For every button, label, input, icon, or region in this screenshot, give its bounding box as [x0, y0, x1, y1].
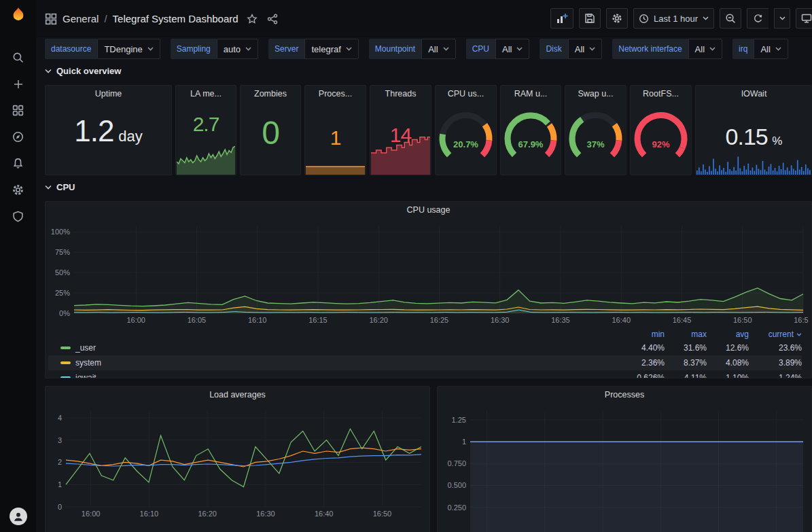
chevron-down-icon — [443, 47, 449, 51]
variable-value-dropdown[interactable]: telegraf — [304, 39, 358, 59]
variable-value-dropdown[interactable]: All — [421, 39, 455, 59]
sparkline — [177, 141, 235, 175]
variable-value-dropdown[interactable]: All — [688, 39, 722, 59]
variable-irq: irq All — [732, 39, 788, 59]
variable-network-interface: Network interface All — [612, 39, 722, 59]
save-dashboard-button[interactable] — [579, 8, 601, 29]
variable-server: Server telegraf — [268, 39, 359, 59]
sidebar-item-configuration[interactable] — [5, 177, 32, 203]
panel-title[interactable]: Processes — [438, 387, 811, 403]
legend-row: iowait 0.626% 4.11% 1.10% 1.24% — [48, 370, 802, 378]
variable-label: datasource — [45, 39, 97, 59]
stat-value: 14 — [390, 124, 411, 146]
variable-cpu: CPU All — [466, 39, 530, 59]
svg-text:0: 0 — [58, 503, 62, 511]
legend-series-toggle[interactable]: system — [60, 358, 622, 368]
add-panel-button[interactable] — [550, 8, 573, 29]
panel-title[interactable]: LA me... — [176, 86, 236, 102]
svg-text:16:00: 16:00 — [82, 510, 101, 518]
chevron-down-icon — [796, 333, 802, 336]
sidebar-item-admin[interactable] — [5, 203, 32, 230]
sidebar-item-create[interactable] — [5, 71, 32, 97]
panel-title[interactable]: Load averages — [46, 387, 429, 403]
panel-processes-chart: Processes 0.2500.5000.75011.25 — [437, 386, 812, 532]
panel-processes-stat: Proces... 1 — [304, 85, 366, 175]
refresh-icon — [753, 14, 763, 24]
dashboard-settings-button[interactable] — [606, 8, 628, 29]
clock-icon — [639, 14, 649, 24]
grafana-logo[interactable] — [10, 6, 27, 24]
chevron-down-icon — [516, 47, 523, 51]
time-range-picker[interactable]: Last 1 hour — [633, 8, 714, 29]
panel-title[interactable]: Proces... — [305, 86, 366, 102]
shield-icon — [12, 211, 24, 222]
panel-title[interactable]: CPU usage — [46, 202, 811, 218]
panel-cpu-usage: CPU usage 0%25%50%75%100%16:0016:0516:10… — [45, 201, 812, 378]
svg-text:16:35: 16:35 — [551, 316, 570, 324]
legend-series-toggle[interactable]: iowait — [60, 373, 622, 378]
svg-text:16:10: 16:10 — [140, 510, 159, 518]
panel-title[interactable]: Swap u... — [565, 86, 626, 102]
legend-sort-max[interactable]: max — [665, 330, 707, 339]
chevron-down-icon — [589, 47, 595, 51]
breadcrumb-folder[interactable]: General — [63, 13, 99, 24]
variable-disk: Disk All — [540, 39, 602, 59]
sidebar — [0, 0, 36, 532]
variable-sampling: Sampling auto — [171, 39, 258, 59]
processes-chart[interactable]: 0.2500.5000.75011.25 — [440, 407, 809, 532]
legend-row: _user 4.40% 31.6% 12.6% 23.6% — [48, 340, 802, 355]
gear-icon — [12, 184, 24, 196]
sidebar-item-explore[interactable] — [5, 124, 32, 150]
breadcrumb-separator: / — [104, 13, 107, 24]
svg-text:20.7%: 20.7% — [453, 139, 478, 149]
row-header-quick-overview[interactable]: Quick overview — [45, 66, 121, 76]
variable-value-dropdown[interactable]: All — [754, 39, 788, 59]
refresh-interval-dropdown[interactable] — [774, 8, 790, 29]
chevron-down-icon — [703, 16, 709, 20]
legend-sort-min[interactable]: min — [622, 330, 665, 339]
stat-value: 2.7 — [193, 113, 219, 135]
legend-sort-current[interactable]: current — [749, 330, 802, 339]
gauge: 67.9% — [501, 101, 561, 171]
panel-title[interactable]: IOWait — [696, 86, 812, 102]
panel-title[interactable]: CPU us... — [436, 86, 496, 102]
cycle-view-mode-button[interactable] — [796, 8, 812, 29]
variable-value-dropdown[interactable]: All — [495, 39, 529, 59]
svg-text:16:05: 16:05 — [188, 316, 207, 324]
svg-text:16:10: 16:10 — [248, 316, 267, 324]
panel-ram-used-gauge: RAM u... 67.9% — [500, 85, 561, 175]
dashboard-toolbar: Last 1 hour — [550, 8, 812, 29]
compass-icon — [12, 131, 24, 143]
panel-title[interactable]: RAM u... — [501, 86, 561, 102]
zoom-out-button[interactable] — [720, 8, 741, 29]
panel-title[interactable]: Uptime — [46, 86, 171, 102]
topbar: General / Telegraf System Dashboard Last… — [36, 0, 812, 37]
sidebar-item-search[interactable] — [5, 44, 32, 71]
refresh-button[interactable] — [747, 8, 769, 29]
variable-value-dropdown[interactable]: auto — [217, 39, 258, 59]
panel-title[interactable]: Zombies — [241, 86, 300, 102]
panel-load-averages: Load averages 0123416:0016:1016:2016:301… — [45, 386, 430, 532]
share-icon[interactable] — [267, 14, 278, 24]
legend-sort-avg[interactable]: avg — [707, 330, 749, 339]
user-avatar[interactable] — [10, 508, 27, 525]
variable-value-dropdown[interactable]: TDengine — [97, 39, 160, 59]
panel-title[interactable]: Threads — [370, 86, 431, 102]
variable-datasource: datasource TDengine — [45, 39, 160, 59]
load-averages-chart[interactable]: 0123416:0016:1016:2016:3016:4016:50 — [48, 407, 427, 519]
legend-series-toggle[interactable]: _user — [60, 343, 622, 353]
panel-title[interactable]: RootFS... — [631, 86, 691, 102]
search-icon — [12, 52, 24, 63]
sidebar-item-alerting[interactable] — [5, 150, 32, 177]
row-header-cpu[interactable]: CPU — [45, 182, 75, 192]
cpu-usage-chart[interactable]: 0%25%50%75%100%16:0016:0516:1016:1516:20… — [48, 222, 809, 325]
apps-grid-icon — [45, 13, 57, 25]
stat-unit: day — [118, 128, 142, 145]
sidebar-item-dashboards[interactable] — [5, 97, 32, 124]
svg-text:16:30: 16:30 — [256, 510, 275, 518]
add-panel-icon — [556, 12, 568, 24]
svg-text:0.750: 0.750 — [447, 459, 466, 467]
svg-text:4: 4 — [58, 414, 62, 422]
star-icon[interactable] — [247, 14, 258, 24]
variable-value-dropdown[interactable]: All — [568, 39, 602, 59]
